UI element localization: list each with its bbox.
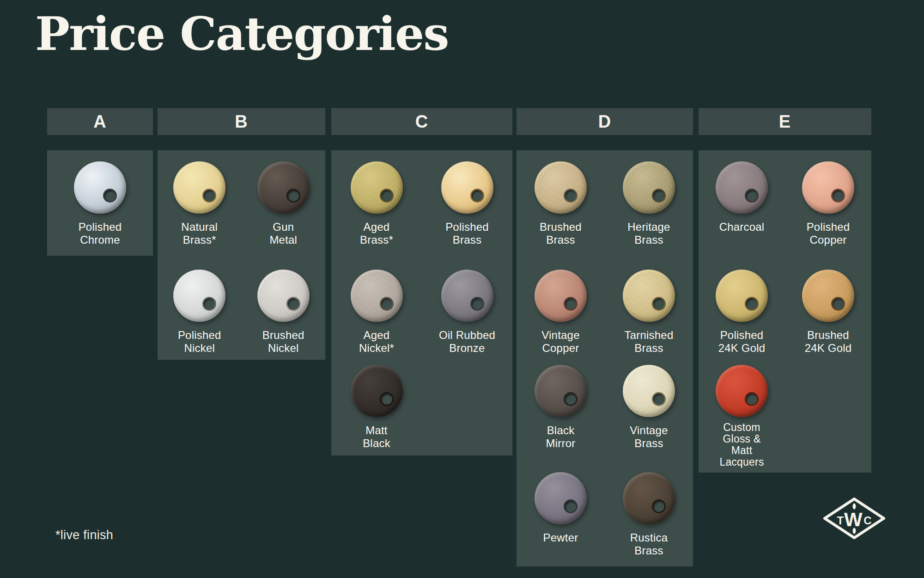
- swatch-hole-polished-nickel: [202, 297, 216, 311]
- swatch-label-oil-rubbed-bronze: Oil RubbedBronze: [439, 329, 495, 355]
- swatch-label-line: Brass: [625, 342, 674, 355]
- swatch-label-line: Brass: [627, 234, 670, 246]
- swatch-label-polished-nickel: PolishedNickel: [178, 329, 221, 355]
- swatch-hole-natural-brass: [202, 189, 216, 203]
- swatch-hole-aged-nickel: [380, 297, 394, 311]
- category-letter-e: E: [779, 112, 791, 132]
- finish-swatch-polished-24k-gold: [716, 270, 768, 322]
- swatch-label-polished-24k-gold: Polished24K Gold: [718, 329, 766, 355]
- swatch-label-polished-chrome: PolishedChrome: [79, 221, 122, 246]
- swatch-label-polished-copper: PolishedCopper: [807, 221, 850, 246]
- category-letter-c: C: [415, 112, 428, 132]
- swatch-label-aged-brass: AgedBrass*: [360, 221, 393, 246]
- swatch-hole-vintage-copper: [564, 297, 578, 311]
- swatch-label-line: Brushed: [805, 329, 852, 342]
- swatch-label-line: Vintage: [630, 424, 668, 437]
- swatch-label-line: Black: [363, 437, 390, 450]
- swatch-cell-oil-rubbed-bronze: Oil RubbedBronze: [422, 270, 512, 355]
- finish-swatch-rustica-brass: [623, 472, 675, 524]
- finish-swatch-matt-black: [351, 365, 403, 417]
- swatch-label-line: Matt: [363, 424, 390, 437]
- swatch-label-line: Chrome: [79, 234, 122, 246]
- swatch-hole-tarnished-brass: [652, 297, 666, 311]
- swatch-cell-gun-metal: GunMetal: [242, 161, 326, 246]
- finish-swatch-polished-nickel: [173, 270, 225, 322]
- swatch-cell-vintage-brass: VintageBrass: [605, 365, 693, 450]
- swatch-label-line: Copper: [807, 234, 850, 246]
- swatch-label-line: Oil Rubbed: [439, 329, 495, 342]
- swatch-cell-polished-copper: PolishedCopper: [785, 161, 871, 246]
- finish-swatch-natural-brass: [173, 161, 225, 214]
- twc-logo: T W C: [823, 498, 885, 539]
- swatch-label-brushed-24k-gold: Brushed24K Gold: [805, 329, 852, 355]
- swatch-label-line: Natural: [181, 221, 218, 234]
- swatch-label-natural-brass: NaturalBrass*: [181, 221, 218, 246]
- swatch-hole-custom-gloss-matt-lacquers: [745, 392, 759, 406]
- swatch-cell-tarnished-brass: TarnishedBrass: [605, 270, 693, 355]
- swatch-label-heritage-brass: HeritageBrass: [627, 221, 670, 246]
- swatch-hole-polished-copper: [831, 189, 845, 203]
- swatch-label-black-mirror: BlackMirror: [546, 424, 576, 450]
- swatch-label-line: Polished: [178, 329, 221, 342]
- swatch-hole-polished-24k-gold: [745, 297, 759, 311]
- swatch-cell-pewter: Pewter: [517, 472, 605, 544]
- swatch-label-vintage-brass: VintageBrass: [630, 424, 668, 450]
- swatch-label-aged-nickel: AgedNickel*: [359, 329, 394, 355]
- swatch-hole-matt-black: [380, 392, 394, 406]
- swatch-hole-aged-brass: [380, 189, 394, 203]
- swatch-cell-polished-brass: PolishedBrass: [422, 161, 512, 246]
- category-header-e: E: [699, 108, 871, 135]
- swatch-label-line: Aged: [360, 221, 393, 234]
- swatch-label-rustica-brass: RusticaBrass: [630, 531, 668, 557]
- swatch-cell-heritage-brass: HeritageBrass: [605, 161, 693, 246]
- swatch-label-line: Brushed: [540, 221, 582, 234]
- category-panel-d: BrushedBrassHeritageBrassVintageCopperTa…: [517, 150, 693, 566]
- swatch-label-pewter: Pewter: [543, 531, 578, 544]
- swatch-label-line: Nickel*: [359, 342, 394, 355]
- swatch-cell-natural-brass: NaturalBrass*: [158, 161, 242, 246]
- category-panel-b: NaturalBrass*GunMetalPolishedNickelBrush…: [158, 150, 325, 360]
- swatch-label-line: Brass: [630, 437, 668, 450]
- swatch-label-line: Mirror: [546, 437, 576, 450]
- swatch-label-charcoal: Charcoal: [719, 221, 765, 234]
- swatch-label-line: Polished: [718, 329, 766, 342]
- swatch-hole-pewter: [564, 499, 578, 513]
- swatch-hole-heritage-brass: [652, 189, 666, 203]
- swatch-hole-polished-chrome: [103, 189, 117, 203]
- swatch-label-brushed-brass: BrushedBrass: [540, 221, 582, 246]
- price-categories-poster: Price Categories APolishedChromeBNatural…: [0, 0, 924, 578]
- category-panel-a: PolishedChrome: [47, 150, 153, 256]
- swatch-hole-charcoal: [745, 189, 759, 203]
- finish-swatch-pewter: [535, 472, 587, 524]
- swatch-cell-black-mirror: BlackMirror: [517, 365, 605, 450]
- finish-swatch-aged-brass: [351, 161, 403, 214]
- finish-swatch-oil-rubbed-bronze: [441, 270, 493, 322]
- swatch-hole-brushed-brass: [564, 189, 578, 203]
- swatch-hole-vintage-brass: [652, 392, 666, 406]
- finish-swatch-vintage-copper: [535, 270, 587, 322]
- swatch-hole-gun-metal: [286, 189, 300, 203]
- swatch-label-tarnished-brass: TarnishedBrass: [625, 329, 674, 355]
- live-finish-footnote: *live finish: [55, 528, 113, 542]
- swatch-cell-brushed-brass: BrushedBrass: [517, 161, 605, 246]
- finish-swatch-polished-chrome: [74, 161, 126, 214]
- swatch-label-line: Vintage: [541, 329, 579, 342]
- finish-swatch-heritage-brass: [623, 161, 675, 214]
- swatch-label-line: Polished: [807, 221, 850, 234]
- swatch-label-line: Matt: [719, 445, 764, 456]
- finish-swatch-polished-brass: [441, 161, 493, 214]
- swatch-label-line: 24K Gold: [718, 342, 766, 355]
- swatch-cell-charcoal: Charcoal: [699, 161, 785, 234]
- category-header-a: A: [47, 108, 153, 135]
- swatch-cell-custom-gloss-matt-lacquers: CustomGloss &MattLacquers: [699, 365, 785, 468]
- category-header-c: C: [331, 108, 512, 135]
- swatch-label-line: Polished: [79, 221, 122, 234]
- finish-swatch-vintage-brass: [623, 365, 675, 417]
- swatch-label-line: Metal: [269, 234, 297, 246]
- swatch-cell-aged-brass: AgedBrass*: [331, 161, 422, 246]
- finish-swatch-polished-copper: [802, 161, 854, 214]
- finish-swatch-tarnished-brass: [623, 270, 675, 322]
- swatch-label-line: Brass: [540, 234, 582, 246]
- swatch-cell-rustica-brass: RusticaBrass: [605, 472, 693, 557]
- swatch-label-line: Pewter: [543, 531, 578, 544]
